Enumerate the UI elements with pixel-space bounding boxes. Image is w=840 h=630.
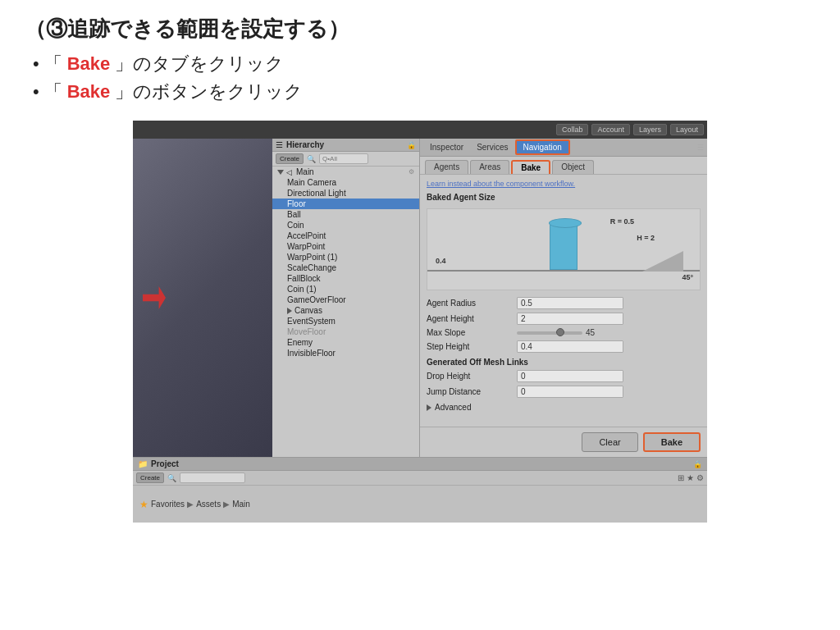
nav-section-title: Baked Agent Size xyxy=(427,193,701,202)
bullet1-highlight: Bake xyxy=(67,53,111,75)
h-item-label: InvisibleFloor xyxy=(287,349,336,358)
project-panel: 📁 Project 🔒 Create 🔍 ⊞ ★ ⚙ ★ Favorites ▶… xyxy=(133,457,707,523)
advanced-row: Advanced xyxy=(427,403,701,412)
h-item-label: Main Camera xyxy=(287,178,336,187)
tab-inspector[interactable]: Inspector xyxy=(423,141,470,153)
subtab-agents[interactable]: Agents xyxy=(425,160,468,174)
max-slope-slider-container: 45 xyxy=(517,328,605,337)
advanced-label: Advanced xyxy=(435,403,471,412)
nav-workflow-link[interactable]: Learn instead about the component workfl… xyxy=(427,180,701,188)
project-create-btn[interactable]: Create xyxy=(136,472,164,483)
max-slope-track xyxy=(517,331,582,335)
h-item-accelpoint[interactable]: AccelPoint xyxy=(272,231,419,241)
breadcrumb-assets[interactable]: Assets xyxy=(196,500,221,509)
h-item-canvas[interactable]: Canvas xyxy=(272,305,419,316)
h-item-scalechange[interactable]: ScaleChange xyxy=(272,262,419,273)
hierarchy-list: ◁ Main ⚙ Main Camera Directional Light F… xyxy=(272,167,419,457)
project-header: 📁 Project 🔒 xyxy=(133,458,707,471)
breadcrumb-sep1: ▶ xyxy=(187,500,194,509)
collab-btn[interactable]: Collab xyxy=(556,124,589,135)
h-item-gameoverfloor[interactable]: GameOverFloor xyxy=(272,294,419,305)
layout-btn[interactable]: Layout xyxy=(670,124,704,135)
max-slope-value: 45 xyxy=(586,328,605,337)
instructions-area: （③追跡できる範囲を設定する） • 「Bake」のタブをクリック • 「Bake… xyxy=(0,0,840,116)
project-lock-icon: 🔒 xyxy=(693,460,702,468)
agent-height-input[interactable] xyxy=(517,313,623,325)
breadcrumb-main[interactable]: Main xyxy=(232,500,250,509)
agent-radius-input[interactable] xyxy=(517,297,623,309)
h-item-coin1[interactable]: Coin (1) xyxy=(272,284,419,294)
h-settings-icon: ⚙ xyxy=(409,168,414,176)
subtab-object[interactable]: Object xyxy=(552,160,594,174)
jump-distance-row: Jump Distance xyxy=(427,386,701,398)
breadcrumb: ★ Favorites ▶ Assets ▶ Main xyxy=(139,499,250,510)
project-search-icon: 🔍 xyxy=(167,474,176,482)
hierarchy-title: Hierarchy xyxy=(286,140,324,149)
bullet-dot: • xyxy=(33,53,39,75)
bullet-2: • 「Bake」のボタンをクリック xyxy=(33,80,815,104)
breadcrumb-favorites[interactable]: Favorites xyxy=(151,500,185,509)
h-item-label: Coin xyxy=(287,221,304,230)
instruction-title: （③追跡できる範囲を設定する） xyxy=(25,15,815,43)
project-icon: 📁 xyxy=(138,459,148,468)
h-item-main-camera[interactable]: Main Camera xyxy=(272,177,419,188)
h-item-eventsystem[interactable]: EventSystem xyxy=(272,316,419,326)
hierarchy-create-btn[interactable]: Create xyxy=(276,153,304,164)
bake-button[interactable]: Bake xyxy=(643,432,701,452)
h-item-main[interactable]: ◁ Main ⚙ xyxy=(272,167,419,177)
canvas-expand-icon xyxy=(287,308,292,314)
panel-tabs-row: Inspector Services Navigation ☰ xyxy=(420,139,707,157)
h-item-ball[interactable]: Ball xyxy=(272,209,419,220)
drop-height-label: Drop Height xyxy=(427,372,517,381)
hierarchy-lock-icon: 🔒 xyxy=(407,141,416,149)
project-search-input[interactable] xyxy=(180,472,245,483)
h-item-dir-light[interactable]: Directional Light xyxy=(272,188,419,199)
r-label: R = 0.5 xyxy=(610,217,634,226)
tab-services[interactable]: Services xyxy=(470,141,514,153)
h-item-enemy[interactable]: Enemy xyxy=(272,337,419,348)
h-item-label: GameOverFloor xyxy=(287,295,346,304)
h-item-label: MoveFloor xyxy=(287,327,326,336)
h-item-label: ScaleChange xyxy=(287,263,336,272)
h-item-label: AccelPoint xyxy=(287,231,326,240)
agent-radius-row: Agent Radius xyxy=(427,297,701,309)
subtab-areas[interactable]: Areas xyxy=(470,160,509,174)
h-item-floor[interactable]: Floor xyxy=(272,199,419,209)
layers-btn[interactable]: Layers xyxy=(633,124,667,135)
hierarchy-panel: ☰ Hierarchy 🔒 Create 🔍 ◁ Main ⚙ Main Cam… xyxy=(272,139,420,457)
jump-distance-input[interactable] xyxy=(517,386,623,398)
deg45-label: 45° xyxy=(682,273,693,281)
h-item-warppoint[interactable]: WarpPoint xyxy=(272,241,419,252)
h-item-label: EventSystem xyxy=(287,317,336,326)
nav-subtabs: Agents Areas Bake Object xyxy=(420,157,707,175)
account-btn[interactable]: Account xyxy=(591,124,630,135)
val04-label: 0.4 xyxy=(436,257,446,265)
hierarchy-toolbar: Create 🔍 xyxy=(272,152,419,167)
h-item-warppoint1[interactable]: WarpPoint (1) xyxy=(272,252,419,262)
bullet1-text1: 「 xyxy=(44,52,62,76)
clear-button[interactable]: Clear xyxy=(582,432,637,452)
hierarchy-search-input[interactable] xyxy=(319,153,368,164)
h-item-fallblock[interactable]: FallBlock xyxy=(272,273,419,284)
hierarchy-icon: ☰ xyxy=(276,140,283,149)
expand-icon xyxy=(277,170,284,175)
step-height-label: Step Height xyxy=(427,342,517,351)
h-item-label: Enemy xyxy=(287,338,313,347)
h-item-label: WarpPoint xyxy=(287,242,325,251)
h-item-movefloor[interactable]: MoveFloor xyxy=(272,326,419,337)
max-slope-thumb[interactable] xyxy=(556,328,564,336)
h-item-label: FallBlock xyxy=(287,274,321,283)
step-height-input[interactable] xyxy=(517,340,623,353)
project-title: Project xyxy=(151,459,179,468)
subtab-bake[interactable]: Bake xyxy=(511,160,550,174)
project-content: ★ Favorites ▶ Assets ▶ Main xyxy=(133,486,707,523)
nav-buttons: Clear Bake xyxy=(420,427,707,457)
h-item-label: Directional Light xyxy=(287,189,346,198)
h-item-coin[interactable]: Coin xyxy=(272,220,419,231)
h-item-label: Canvas xyxy=(294,306,322,315)
agent-height-label: Agent Height xyxy=(427,314,517,323)
drop-height-input[interactable] xyxy=(517,370,623,382)
x-axis-icon xyxy=(143,286,166,309)
h-item-invisiblefloor[interactable]: InvisibleFloor xyxy=(272,348,419,358)
tab-navigation[interactable]: Navigation xyxy=(515,139,570,155)
